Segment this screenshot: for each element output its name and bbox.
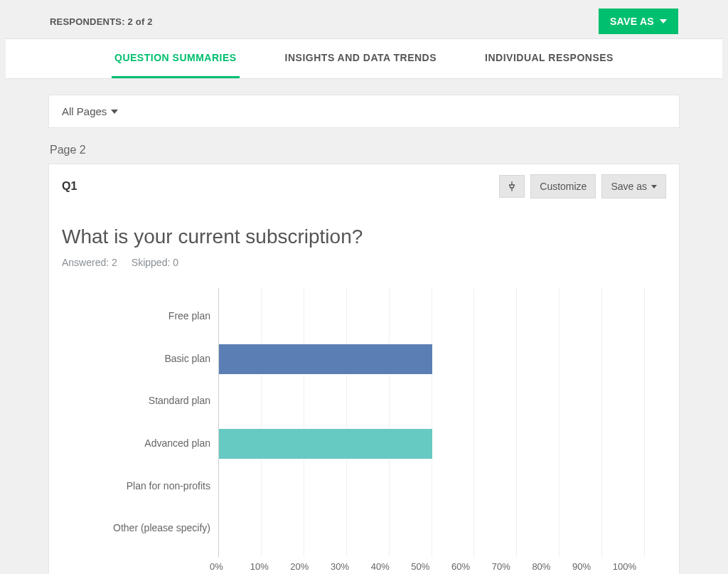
chart-bar <box>219 344 432 374</box>
question-card: Q1 Customize Save as Wha <box>48 164 680 574</box>
respondents-count: RESPONDENTS: 2 of 2 <box>50 16 153 27</box>
tab-insights-data-trends[interactable]: INSIGHTS AND DATA TRENDS <box>282 39 439 78</box>
question-save-as-label: Save as <box>611 181 647 192</box>
chart-row: Standard plan <box>219 380 645 422</box>
chart-x-tick: 100% <box>613 561 636 572</box>
chart-x-tick: 40% <box>371 561 412 572</box>
save-as-label: SAVE AS <box>610 16 654 27</box>
answered-count: Answered: 2 <box>62 257 117 268</box>
skipped-count: Skipped: 0 <box>132 257 178 268</box>
question-number: Q1 <box>62 180 77 193</box>
pin-icon <box>506 181 518 192</box>
chart-category-label: Standard plan <box>70 395 219 408</box>
tab-individual-responses[interactable]: INDIVIDUAL RESPONSES <box>482 39 616 78</box>
chart-x-tick: 80% <box>532 561 572 572</box>
chart-x-tick: 30% <box>331 561 371 572</box>
chart-x-tick: 70% <box>492 561 532 572</box>
chart-category-label: Advanced plan <box>70 437 219 450</box>
page-section-label: Page 2 <box>50 144 678 156</box>
customize-button[interactable]: Customize <box>530 174 596 198</box>
chart-row: Advanced plan <box>219 422 645 465</box>
chart-row: Plan for non-profits <box>219 465 645 508</box>
chart-category-label: Other (please specify) <box>70 522 219 535</box>
chart-x-axis: 0%10%20%30%40%50%60%70%80%90%100% <box>210 561 636 572</box>
caret-down-icon <box>651 185 657 188</box>
chart-x-tick: 50% <box>411 561 451 572</box>
chart-x-tick: 20% <box>290 561 331 572</box>
chart-x-tick: 0% <box>210 561 250 572</box>
chart-x-tick: 90% <box>572 561 613 572</box>
caret-down-icon <box>111 110 118 114</box>
question-title: What is your current subscription? <box>62 225 666 248</box>
chart-bars: Free planBasic planStandard planAdvanced… <box>219 288 645 557</box>
chart-category-label: Basic plan <box>70 353 219 366</box>
chart-row: Free plan <box>219 295 645 338</box>
page-filter-dropdown[interactable]: All Pages <box>48 95 680 128</box>
chart-row: Basic plan <box>219 338 645 381</box>
chart-x-tick: 10% <box>250 561 291 572</box>
page-filter-label: All Pages <box>62 105 107 117</box>
chart-x-tick: 60% <box>451 561 492 572</box>
question-save-as-button[interactable]: Save as <box>601 174 666 198</box>
pin-button[interactable] <box>499 175 525 198</box>
tab-question-summaries[interactable]: QUESTION SUMMARIES <box>112 39 240 78</box>
chart: Free planBasic planStandard planAdvanced… <box>62 288 666 572</box>
chart-plot: Free planBasic planStandard planAdvanced… <box>218 288 645 557</box>
save-as-button[interactable]: SAVE AS <box>599 9 678 34</box>
caret-down-icon <box>660 19 667 23</box>
customize-label: Customize <box>540 181 587 192</box>
chart-category-label: Plan for non-profits <box>70 480 219 493</box>
tabs: QUESTION SUMMARIES INSIGHTS AND DATA TRE… <box>6 38 722 79</box>
chart-bar <box>219 429 432 459</box>
chart-category-label: Free plan <box>70 310 219 323</box>
chart-row: Other (please specify) <box>219 507 645 550</box>
